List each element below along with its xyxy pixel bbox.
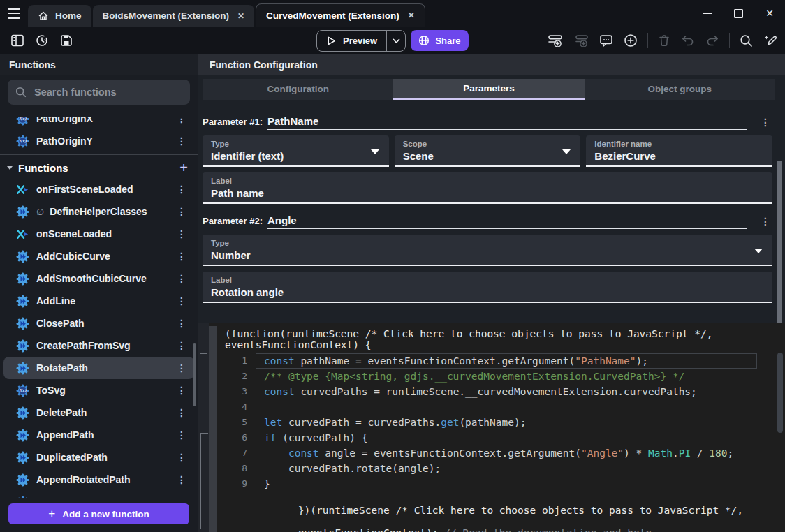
parameters-scrollbar[interactable]	[777, 161, 782, 331]
search-icon[interactable]	[739, 34, 754, 48]
sidebar-item-DeletePath[interactable]: DeletePath⋮	[3, 401, 194, 424]
item-menu-icon[interactable]: ⋮	[175, 318, 189, 328]
field-label: Label	[211, 177, 764, 185]
parameter-name-input[interactable]: Angle	[267, 214, 747, 229]
search-functions-box[interactable]	[8, 80, 190, 105]
type-field[interactable]: TypeIdentifier (text)	[203, 135, 389, 167]
sidebar-item-AddCubicCurve[interactable]: AddCubicCurve⋮	[3, 245, 194, 267]
item-menu-icon[interactable]: ⋮	[175, 229, 189, 239]
code-line-9[interactable]: 9}	[217, 476, 785, 492]
item-menu-icon[interactable]: ⋮	[175, 296, 189, 306]
item-menu-icon[interactable]: ⋮	[175, 430, 189, 440]
parameter-menu-icon[interactable]: ⋮	[758, 216, 772, 229]
sidebar-scrollbar[interactable]	[193, 343, 196, 406]
add-function-button[interactable]: + Add a new function	[8, 503, 189, 524]
maximize-button[interactable]	[734, 9, 743, 18]
tab-parameters[interactable]: Parameters	[393, 79, 584, 100]
item-menu-icon[interactable]: ⋮	[175, 251, 189, 261]
history-icon[interactable]	[35, 34, 49, 47]
action-function-icon	[16, 272, 29, 286]
close-window-button[interactable]: ✕	[765, 8, 774, 18]
item-menu-icon[interactable]: ⋮	[175, 274, 189, 283]
code-line-4[interactable]: 4	[217, 399, 785, 415]
code-line-2[interactable]: 2/** @type {Map<string, gdjs.__curvedMov…	[217, 369, 785, 384]
item-menu-icon[interactable]: ⋮	[175, 341, 189, 350]
tab-curvedmovement[interactable]: CurvedMovement (Extension) ✕	[256, 3, 425, 27]
code-line-1[interactable]: 1const pathName = eventsFunctionContext.…	[217, 353, 785, 369]
tab-configuration[interactable]: Configuration	[203, 79, 393, 100]
magic-pen-icon[interactable]	[763, 33, 778, 48]
code-line-3[interactable]: 3const curvedPaths = runtimeScene.__curv…	[217, 384, 785, 399]
code-line-6[interactable]: 6if (curvedPath) {	[217, 430, 785, 445]
add-icon[interactable]: +	[179, 161, 188, 175]
delete-icon[interactable]	[657, 34, 671, 47]
code-line-7[interactable]: 7 const angle = eventsFunctionContext.ge…	[217, 445, 785, 461]
tab-object-groups[interactable]: Object groups	[585, 79, 775, 100]
identifier-name-field[interactable]: Identifier nameBezierCurve	[586, 135, 772, 167]
item-menu-icon[interactable]: ⋮	[175, 408, 189, 418]
functions-group-header[interactable]: Functions+	[0, 157, 198, 178]
parameter-name-input[interactable]: PathName	[267, 115, 747, 130]
sidebar-item-onFirstSceneLoaded[interactable]: onFirstSceneLoaded⋮	[3, 178, 194, 200]
function-list: f(x)PathOriginX⋮f(x)PathOriginY⋮Function…	[0, 117, 198, 498]
sidebar-item-ToSvg[interactable]: f(x)ToSvg⋮	[3, 379, 194, 401]
code-lines[interactable]: 1const pathName = eventsFunctionContext.…	[217, 353, 785, 492]
code-scrollbar[interactable]	[777, 353, 783, 433]
add-comment-icon[interactable]	[599, 33, 614, 48]
add-circle-icon[interactable]	[623, 33, 638, 48]
expression-function-icon: f(x)	[16, 384, 29, 397]
search-functions-input[interactable]	[33, 86, 183, 98]
sidebar-item-onSceneLoaded[interactable]: onSceneLoaded⋮	[3, 223, 194, 245]
label-field[interactable]: LabelRotation angle	[203, 272, 772, 303]
type-field[interactable]: TypeNumber	[203, 235, 772, 266]
redo-icon[interactable]	[705, 33, 720, 48]
close-tab-icon[interactable]: ✕	[237, 11, 244, 21]
item-menu-icon[interactable]: ⋮	[175, 184, 189, 194]
sidebar-item-ClosePath[interactable]: ClosePath⋮	[3, 312, 194, 334]
add-subevent-icon[interactable]	[573, 32, 589, 49]
group-label: Functions	[18, 162, 179, 174]
sidebar-item-DefineHelperClasses[interactable]: ∅DefineHelperClasses⋮	[3, 200, 194, 223]
item-menu-icon[interactable]: ⋮	[175, 207, 189, 216]
sidebar-item-AddLine[interactable]: AddLine⋮	[3, 290, 194, 312]
code-line-5[interactable]: 5let curvedPath = curvedPaths.get(pathNa…	[217, 415, 785, 430]
documentation-link[interactable]: Read the documentation and help	[462, 527, 652, 532]
add-event-icon[interactable]	[547, 32, 564, 49]
sidebar-item-SpeedScaleY[interactable]: f(x)SpeedScaleY⋮	[3, 491, 194, 498]
scope-field[interactable]: ScopeScene	[395, 135, 581, 167]
item-menu-icon[interactable]: ⋮	[175, 136, 189, 146]
project-manager-icon[interactable]	[10, 34, 24, 47]
item-menu-icon[interactable]: ⋮	[175, 497, 189, 498]
undo-icon[interactable]	[680, 33, 696, 48]
save-icon[interactable]	[59, 34, 73, 47]
code-wrapper-header[interactable]: (function(runtimeScene /* Click here to …	[217, 326, 785, 351]
item-menu-icon[interactable]: ⋮	[175, 117, 189, 124]
main-menu-button[interactable]	[0, 0, 28, 27]
tab-boidsmovement[interactable]: BoidsMovement (Extension) ✕	[93, 5, 255, 27]
collapse-arrow-icon[interactable]	[7, 166, 13, 170]
sidebar-item-PathOriginY[interactable]: f(x)PathOriginY⋮	[3, 130, 194, 152]
label-field[interactable]: LabelPath name	[203, 172, 772, 204]
item-menu-icon[interactable]: ⋮	[175, 363, 189, 373]
code-line-8[interactable]: 8 curvedPath.rotate(angle);	[217, 461, 785, 476]
chevron-down-icon	[392, 38, 400, 44]
item-menu-icon[interactable]: ⋮	[175, 385, 189, 395]
parameter-menu-icon[interactable]: ⋮	[758, 117, 772, 130]
sidebar-item-AppendRotatedPath[interactable]: AppendRotatedPath⋮	[3, 468, 194, 491]
sidebar-item-RotatePath[interactable]: RotatePath⋮	[3, 357, 194, 379]
event-border	[200, 433, 208, 529]
preview-dropdown-button[interactable]	[387, 31, 405, 51]
item-menu-icon[interactable]: ⋮	[175, 475, 189, 485]
sidebar-item-CreatePathFromSvg[interactable]: CreatePathFromSvg⋮	[3, 334, 194, 357]
sidebar-item-DuplicatedPath[interactable]: DuplicatedPath⋮	[3, 446, 194, 468]
close-tab-icon[interactable]: ✕	[408, 10, 415, 20]
minimize-button[interactable]	[703, 13, 712, 14]
item-menu-icon[interactable]: ⋮	[175, 452, 189, 462]
share-button[interactable]: Share	[411, 30, 469, 51]
sidebar-item-PathOriginX[interactable]: f(x)PathOriginX⋮	[3, 117, 194, 130]
sidebar-item-AppendPath[interactable]: AppendPath⋮	[3, 424, 194, 446]
tab-home[interactable]: Home	[28, 5, 91, 27]
preview-button[interactable]: Preview	[316, 30, 406, 52]
code-editor[interactable]: (function(runtimeScene /* Click here to …	[198, 323, 785, 532]
sidebar-item-AddSmoothCubicCurve[interactable]: AddSmoothCubicCurve⋮	[3, 267, 194, 290]
